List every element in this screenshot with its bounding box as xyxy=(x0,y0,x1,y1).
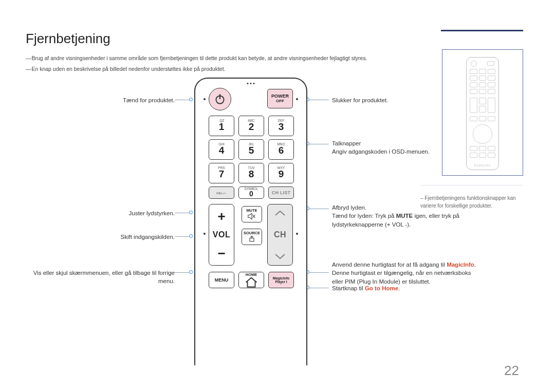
mini-menu-row xyxy=(470,116,495,121)
label-home: Startknap til Go to Home. xyxy=(332,284,476,293)
key-del: DEL-/-- xyxy=(209,186,234,199)
hole xyxy=(203,233,206,235)
mini-numpad xyxy=(470,69,495,94)
menu-row: MENU HOME MagicInfo Player I xyxy=(209,272,294,288)
text: VOL xyxy=(213,230,230,239)
page-title: Fjernbetjening xyxy=(26,31,519,47)
key-0: SYMBOL0 xyxy=(238,186,264,199)
text: . xyxy=(398,285,400,291)
mini-brand: SAMSUNG xyxy=(467,164,498,167)
leader-dot xyxy=(189,211,193,214)
key-7: PRS7 xyxy=(209,163,234,183)
num-row-2: GHI4 JKL5 MNO6 xyxy=(209,139,294,160)
header-rule xyxy=(441,30,523,31)
key-chlist: CH LIST xyxy=(268,186,294,199)
text: Afbryd lyden. xyxy=(332,204,366,211)
svg-marker-2 xyxy=(248,213,252,219)
num-row-1: .QZ1 ABC2 DEF3 xyxy=(209,116,294,136)
text: Startknap til xyxy=(332,285,365,291)
leader-dot xyxy=(189,270,193,274)
mini-poff xyxy=(487,61,494,66)
remote-body: POWER OFF .QZ1 ABC2 DEF3 GHI4 JKL5 MNO6 … xyxy=(194,78,307,365)
label-volume: Juster lydstyrken. xyxy=(26,209,175,218)
mini-dpad xyxy=(473,124,492,144)
side-rule xyxy=(420,185,523,185)
leader-line xyxy=(175,272,189,273)
volume-rocker: + VOL − xyxy=(209,204,234,266)
key-6: MNO6 xyxy=(268,139,294,160)
chevron-down-icon xyxy=(274,253,286,260)
home-button: HOME xyxy=(238,272,264,288)
label-magicinfo: Anvend denne hurtigtast for at få adgang… xyxy=(332,260,476,286)
text: POWER xyxy=(271,94,289,99)
text: Go to Home xyxy=(365,285,398,291)
hole xyxy=(296,98,298,100)
mini-remote: SAMSUNG xyxy=(466,57,499,170)
text: CH xyxy=(274,230,286,239)
mute-icon xyxy=(248,213,256,220)
mini-bottom xyxy=(470,146,495,158)
remote-illustration: POWER OFF .QZ1 ABC2 DEF3 GHI4 JKL5 MNO6 … xyxy=(194,78,307,365)
label-source: Skift indgangskilden. xyxy=(26,233,175,241)
menu-button: MENU xyxy=(209,272,234,288)
vol-down-icon: − xyxy=(217,247,225,260)
text: MUTE xyxy=(396,213,413,219)
key-8: TUV8 xyxy=(238,163,264,183)
page: Fjernbetjening Brug af andre visningsenh… xyxy=(0,0,555,392)
key-4: GHI4 xyxy=(209,139,234,160)
text: Anvend denne hurtigtast for at få adgang… xyxy=(332,262,447,268)
label-menu: Vis eller skjul skærmmenuen, eller gå ti… xyxy=(26,269,175,286)
ir-leds xyxy=(247,83,255,84)
text: Angiv adgangskoden i OSD-menuen. xyxy=(332,148,430,155)
num-row-3: PRS7 TUV8 WXY9 xyxy=(209,163,294,183)
key-9: WXY9 xyxy=(268,163,294,183)
power-off-button: POWER OFF xyxy=(267,89,293,108)
label-power-on: Tænd for produktet. xyxy=(26,96,175,105)
leader-line xyxy=(309,144,329,144)
text: MagicInfo xyxy=(447,262,474,268)
text: Talknapper xyxy=(332,140,361,146)
leader-line xyxy=(309,209,329,209)
thumbnail-box: SAMSUNG xyxy=(442,49,523,176)
hole xyxy=(296,233,298,235)
key-5: JKL5 xyxy=(238,139,264,160)
magicinfo-button: MagicInfo Player I xyxy=(268,272,294,288)
leader-line xyxy=(175,100,189,100)
power-on-button xyxy=(209,88,231,110)
leader-line xyxy=(309,272,329,273)
text: OFF xyxy=(276,99,284,103)
side-note: Fjernbetjeningens funktionsknapper kan v… xyxy=(420,194,523,210)
key-2: ABC2 xyxy=(238,116,264,136)
num-row-4: DEL-/-- SYMBOL0 CH LIST xyxy=(209,186,294,199)
leader-line xyxy=(175,213,189,213)
power-icon xyxy=(213,92,227,106)
home-icon xyxy=(244,277,259,288)
channel-rocker: CH xyxy=(267,204,293,266)
source-button: SOURCE xyxy=(242,229,262,245)
chevron-up-icon xyxy=(274,210,286,217)
mid-column: MUTE SOURCE xyxy=(242,206,262,245)
leader-line xyxy=(309,100,329,100)
mini-power xyxy=(471,61,477,67)
key-3: DEF3 xyxy=(268,116,294,136)
leader-line xyxy=(309,288,329,288)
mini-rockers xyxy=(470,98,495,113)
key-1: .QZ1 xyxy=(209,116,234,136)
svg-rect-1 xyxy=(219,94,220,99)
source-icon xyxy=(248,235,256,242)
leader-line xyxy=(175,236,189,237)
leader-dot xyxy=(189,234,193,238)
svg-rect-5 xyxy=(250,238,254,241)
leader-dot xyxy=(189,98,193,101)
vol-up-icon: + xyxy=(217,210,225,223)
mute-button: MUTE xyxy=(242,206,262,222)
text: Tænd for lyden: Tryk på xyxy=(332,213,396,219)
page-number: 22 xyxy=(504,363,519,379)
hole xyxy=(203,98,206,100)
